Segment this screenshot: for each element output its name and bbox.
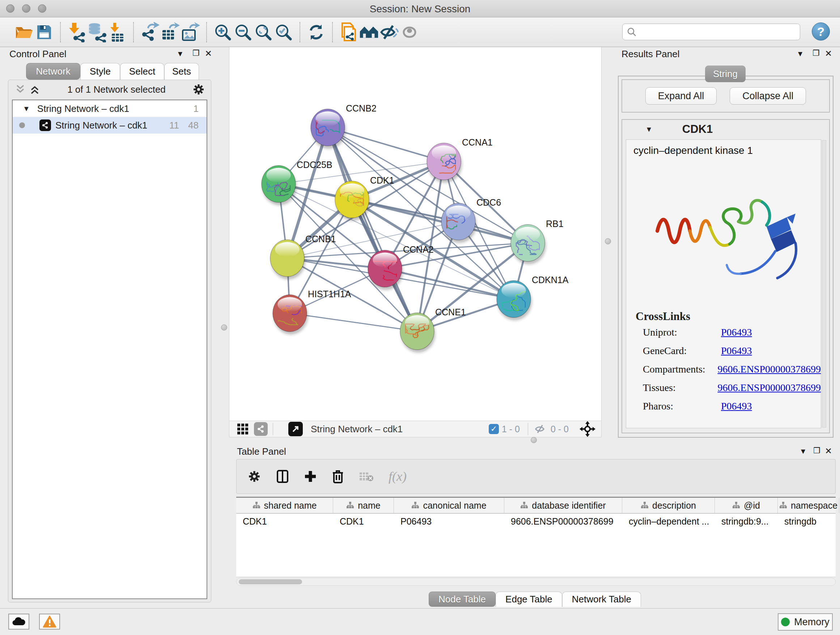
crosslink-link[interactable]: P06493	[721, 345, 752, 356]
expand-all-networks-icon[interactable]	[14, 84, 27, 95]
tab-network-table[interactable]: Network Table	[562, 592, 641, 607]
column-header-canonical-name[interactable]: canonical name	[394, 498, 504, 513]
pan-move-icon[interactable]	[579, 421, 595, 437]
crosslink-link[interactable]: P06493	[721, 401, 752, 412]
network-edge[interactable]	[328, 127, 417, 331]
network-row[interactable]: String Network – cdk1 11 48	[13, 117, 207, 134]
table-options-gear-icon[interactable]	[248, 470, 261, 483]
export-table-button[interactable]	[160, 21, 180, 43]
collapse-all-networks-icon[interactable]	[28, 84, 41, 95]
gene-caret-icon[interactable]: ▼	[645, 125, 653, 134]
memory-button[interactable]: Memory	[778, 613, 833, 631]
horizontal-splitter-handle[interactable]	[531, 437, 537, 443]
tab-style[interactable]: Style	[80, 63, 120, 80]
expand-all-button[interactable]: Expand All	[645, 87, 717, 105]
table-cell[interactable]: 9606.ENSP00000378699	[504, 514, 622, 529]
warning-status-button[interactable]	[39, 614, 60, 630]
table-horizontal-scrollbar[interactable]	[236, 578, 836, 586]
column-header-name[interactable]: name	[333, 498, 394, 513]
right-splitter-handle[interactable]	[605, 238, 611, 244]
network-edge[interactable]	[290, 313, 417, 331]
column-header--id[interactable]: @id	[715, 498, 778, 513]
delete-column-icon[interactable]	[332, 469, 344, 484]
protein-node-cdc6[interactable]: CDC6	[441, 197, 501, 243]
results-panel-float-icon[interactable]: ❒	[813, 49, 820, 58]
table-cell[interactable]: stringdb	[778, 514, 839, 529]
control-panel-collapse-icon[interactable]: ▾	[178, 49, 182, 59]
control-panel-float-icon[interactable]: ❒	[193, 49, 200, 58]
refresh-button[interactable]	[306, 21, 326, 43]
open-folder-icon	[14, 24, 33, 41]
results-scrollbar[interactable]	[822, 140, 826, 428]
cloud-status-button[interactable]	[8, 614, 29, 630]
import-table-button[interactable]	[107, 21, 127, 43]
show-columns-icon[interactable]	[276, 469, 289, 484]
tab-node-table[interactable]: Node Table	[429, 592, 496, 607]
tab-sets[interactable]: Sets	[164, 63, 199, 80]
open-in-new-window-icon[interactable]	[288, 422, 303, 436]
hide-selected-button[interactable]	[379, 21, 399, 43]
table-cell[interactable]: CDK1	[333, 514, 394, 529]
crosslink-link[interactable]: 9606.ENSP00000378699	[718, 382, 821, 394]
zoom-fit-button[interactable]	[253, 21, 273, 43]
column-header-description[interactable]: description	[622, 498, 715, 513]
group-nodes-button[interactable]	[359, 21, 379, 43]
network-options-gear-icon[interactable]	[192, 83, 205, 96]
results-panel-close-icon[interactable]: ✕	[825, 49, 832, 59]
network-edge[interactable]	[352, 200, 528, 243]
window-title: Session: New Session	[0, 3, 840, 15]
crosslink-link[interactable]: P06493	[721, 326, 752, 338]
zoom-out-button[interactable]	[233, 21, 253, 43]
crosslink-link[interactable]: 9606.ENSP00000378699	[718, 363, 821, 375]
table-cell[interactable]: stringdb:9...	[715, 514, 778, 529]
column-header-database-identifier[interactable]: database identifier	[504, 498, 622, 513]
network-collection-row[interactable]: ▼ String Network – cdk1 1	[13, 100, 207, 117]
tab-network[interactable]: Network	[26, 63, 80, 80]
network-badge-icon[interactable]	[254, 422, 268, 436]
string-network-graph[interactable]: CCNB2CCNA1CDC25BCDK1CDC6RB1CCNB1CCNA2CDK…	[229, 47, 602, 421]
zoom-in-button[interactable]	[213, 21, 233, 43]
selected-items-checkbox[interactable]: ✓	[489, 424, 499, 434]
help-button[interactable]: ?	[812, 22, 830, 41]
scrollbar-thumb[interactable]	[239, 579, 302, 584]
protein-node-cdkn1a[interactable]: CDKN1A	[497, 275, 569, 320]
collection-caret-icon[interactable]: ▼	[23, 105, 30, 113]
table-row[interactable]: CDK1CDK1P064939606.ENSP00000378699cyclin…	[236, 514, 836, 529]
export-image-button[interactable]	[180, 21, 201, 43]
zoom-selected-button[interactable]	[273, 21, 294, 43]
gene-section-header[interactable]: ▼ CDK1	[622, 120, 829, 139]
export-network-button[interactable]	[140, 21, 160, 43]
column-header-namespace[interactable]: namespace	[778, 498, 839, 513]
grid-view-icon[interactable]	[237, 423, 249, 435]
search-input[interactable]	[637, 27, 800, 37]
table-cell[interactable]: P06493	[394, 514, 504, 529]
clone-network-button[interactable]	[339, 21, 359, 43]
tab-select[interactable]: Select	[120, 63, 164, 80]
left-splitter-handle[interactable]	[221, 325, 227, 331]
protein-node-ccnb1[interactable]: CCNB1	[270, 234, 336, 279]
import-table-icon	[107, 22, 127, 42]
open-session-button[interactable]	[14, 21, 34, 43]
add-column-icon[interactable]	[304, 470, 317, 483]
table-cell[interactable]: CDK1	[236, 514, 333, 529]
protein-node-hist1h1a[interactable]: HIST1H1A	[273, 289, 351, 334]
table-cell[interactable]: cyclin–dependent ...	[622, 514, 715, 529]
table-panel-float-icon[interactable]: ❒	[813, 446, 821, 455]
tab-string[interactable]: String	[705, 65, 745, 82]
save-session-button[interactable]	[34, 21, 54, 43]
import-network-from-database-button[interactable]	[87, 21, 107, 43]
edge-count: 48	[188, 120, 199, 131]
table-panel-close-icon[interactable]: ✕	[825, 446, 832, 456]
column-header-shared-name[interactable]: shared name	[236, 498, 333, 513]
network-view-canvas[interactable]: CCNB2CCNA1CDC25BCDK1CDC6RB1CCNB1CCNA2CDK…	[229, 47, 602, 421]
show-all-button[interactable]	[399, 21, 420, 43]
hidden-items-eye-icon[interactable]	[533, 423, 548, 435]
protein-node-rb1[interactable]: RB1	[511, 219, 564, 264]
table-panel-collapse-icon[interactable]: ▾	[801, 446, 805, 456]
import-network-button[interactable]	[66, 21, 87, 43]
results-panel-collapse-icon[interactable]: ▾	[798, 49, 802, 59]
control-panel-close-icon[interactable]: ✕	[205, 49, 212, 59]
collapse-all-button[interactable]: Collapse All	[729, 87, 806, 105]
tab-edge-table[interactable]: Edge Table	[496, 592, 562, 607]
search-field[interactable]	[622, 24, 800, 40]
